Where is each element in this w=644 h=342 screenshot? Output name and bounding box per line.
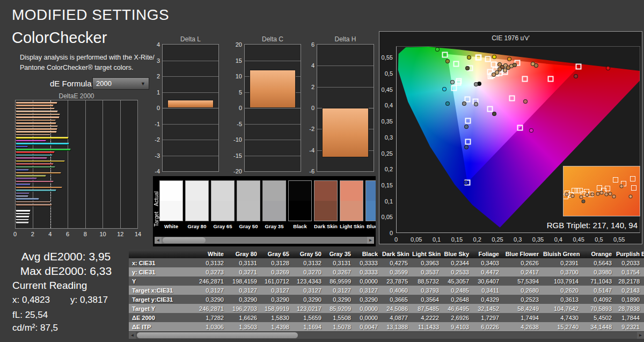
swatch-color-box <box>365 180 376 221</box>
cie-target-marker <box>465 139 471 144</box>
current-reading-title: Current Reading <box>12 280 87 292</box>
table-cell: 0,1890 <box>616 296 644 303</box>
table-cell: 85,9209 <box>326 305 355 312</box>
swatch-target-color <box>314 201 337 221</box>
current-reading-fl: fL: 25,54 <box>12 310 48 321</box>
swatch-dark-skin[interactable]: Dark Skin <box>314 180 338 229</box>
cie-y-tick-label: 0,55 <box>382 54 393 61</box>
cie-x-tick-label: 0,15 <box>451 236 463 243</box>
swatch-label: Blue Sky <box>365 223 376 229</box>
swatch-blue-sky[interactable]: Blue Sky <box>365 180 376 229</box>
cie-measured-marker <box>492 112 496 116</box>
y-axis-tick-label: 1 <box>146 89 160 96</box>
table-cell: 0,3980 <box>583 269 616 275</box>
deltae-bar <box>16 143 69 145</box>
swatch-scrollbar[interactable]: ◄ ► <box>155 237 374 244</box>
cie-target-marker <box>465 118 471 124</box>
cie-measured-marker <box>492 72 496 77</box>
scroll-left-icon[interactable]: ◄ <box>129 332 136 339</box>
table-cell: 0,0000 <box>355 305 382 312</box>
cie-y-tick-label: 0,1 <box>385 198 393 205</box>
inset-measured-marker <box>565 193 568 197</box>
inset-target-marker <box>631 185 636 191</box>
cie-zoom-inset <box>563 166 640 216</box>
table-cell: 23,7875 <box>382 278 412 285</box>
table-row: Target y:CIE310,32900,32900,32900,32900,… <box>129 295 644 304</box>
cie-x-tick-label: 0,5 <box>595 236 603 243</box>
table-scrollbar-handle[interactable] <box>137 332 298 338</box>
swatch-gray-50[interactable]: Gray 50 <box>237 180 260 229</box>
swatch-light-skin[interactable]: Light Skin <box>340 180 363 229</box>
cie-measured-marker <box>574 74 578 78</box>
delta-h-chart-title: Delta H <box>317 35 374 43</box>
cie-y-tick-label: 0,2 <box>385 166 393 172</box>
deltae-bar <box>16 140 46 142</box>
gridline <box>163 140 218 140</box>
cie-target-marker <box>456 79 462 85</box>
y-axis-tick-label: 2 <box>301 84 314 90</box>
cie-y-tick-label: 0,25 <box>382 150 393 157</box>
deltae-bar <box>16 161 65 163</box>
table-scrollbar[interactable]: ◄ ► <box>129 332 644 339</box>
table-cell: 246,2871 <box>188 278 228 285</box>
deltae-bar <box>16 105 54 107</box>
table-cell: 0,3411 <box>473 287 503 294</box>
table-cell: 0,2620 <box>543 287 583 294</box>
scroll-right-icon[interactable]: ► <box>637 332 644 339</box>
deltae-bar <box>16 169 29 171</box>
scroll-right-icon[interactable]: ► <box>367 237 374 244</box>
deltae-bar <box>16 193 30 195</box>
swatch-target-color <box>186 201 208 221</box>
swatch-target-color <box>211 201 234 221</box>
delta-l-bar <box>167 100 213 108</box>
table-row: y: CIE310,32730,32710,32690,32700,32670,… <box>129 267 644 276</box>
swatch-color-box <box>262 180 286 221</box>
cie-x-tick-label: 0,55 <box>613 236 625 243</box>
swatch-target-color <box>340 201 363 221</box>
table-cell: 0,2533 <box>443 269 473 275</box>
current-reading-cdm2: cd/m²: 87,5 <box>12 323 58 333</box>
swatch-gray-80[interactable]: Gray 80 <box>185 180 209 229</box>
table-cell: 4,2222 <box>412 315 443 321</box>
table-cell: 11,1433 <box>412 324 443 330</box>
swatch-gray-35[interactable]: Gray 35 <box>262 180 286 229</box>
table-cell: 1,5659 <box>294 315 326 321</box>
table-header-cell: Gray 50 <box>294 251 326 257</box>
table-cell: 28,7838 <box>616 305 644 312</box>
y-axis-tick-label: -2 <box>146 136 160 143</box>
swatch-actual-color <box>186 181 208 201</box>
delta-c-bar <box>250 70 295 108</box>
table-cell: 1,3503 <box>228 324 261 330</box>
swatch-scrollbar-track[interactable] <box>162 237 367 244</box>
swatch-actual-color <box>314 181 337 201</box>
table-cell: 0,3127 <box>294 287 326 294</box>
y-axis-tick-label: -20 <box>228 168 242 174</box>
swatch-white[interactable]: White <box>159 180 183 229</box>
cie-target-marker <box>451 85 457 91</box>
inset-measured-marker <box>612 195 616 199</box>
gridline <box>137 100 138 228</box>
table-cell: 0,3128 <box>261 260 294 266</box>
y-axis-tick-label: -5 <box>228 121 242 127</box>
current-reading-xy: x: 0,4823y: 0,3817 <box>12 295 108 305</box>
swatch-scrollbar-handle[interactable] <box>163 237 206 243</box>
table-cell: 0,3537 <box>412 269 443 275</box>
swatch-black[interactable]: Black <box>288 180 312 229</box>
rgb-triplet-readout: RGB Triplet: 217, 140, 94 <box>547 221 638 230</box>
delta-l-chart: 43210-1-2-3-4 <box>162 44 219 172</box>
table-cell: 246,2871 <box>188 305 228 312</box>
description-text: Display analysis is performed with the X… <box>20 53 165 74</box>
table-scrollbar-track[interactable] <box>136 332 637 339</box>
table-cell: 0,2417 <box>503 269 543 275</box>
table-header-cell: Blue Flower <box>503 251 543 257</box>
cie-x-tick-label: 0,1 <box>433 236 441 243</box>
de-formula-dropdown[interactable]: 2000 ▼ <box>92 77 149 90</box>
y-axis-tick-label: 5 <box>228 89 242 96</box>
cie-target-marker <box>576 64 582 70</box>
swatch-gray-65[interactable]: Gray 65 <box>211 180 235 229</box>
x-axis-tick-label: 8 <box>84 231 87 237</box>
inset-measured-marker <box>581 200 585 203</box>
table-cell: 0,3700 <box>543 269 583 275</box>
scroll-left-icon[interactable]: ◄ <box>155 237 162 244</box>
cie-measured-marker <box>464 125 469 129</box>
